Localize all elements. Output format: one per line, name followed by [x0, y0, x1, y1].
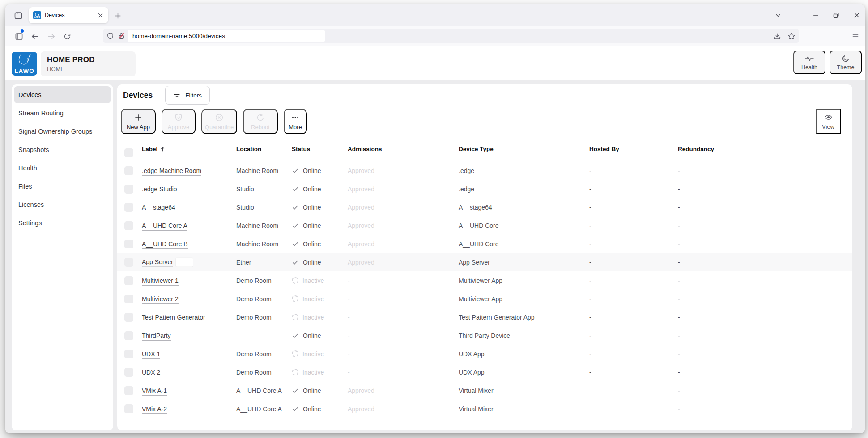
window-minimize-icon[interactable] [809, 9, 822, 21]
sidebar-item-snapshots[interactable]: Snapshots [14, 141, 111, 158]
moon-icon [842, 55, 850, 63]
device-label-link[interactable]: .edge Machine Room [142, 167, 201, 176]
select-all-checkbox[interactable] [124, 148, 133, 157]
eye-icon [824, 113, 833, 122]
column-header-location[interactable]: Location [236, 146, 261, 152]
row-checkbox[interactable] [124, 221, 133, 230]
column-header-label[interactable]: Label [142, 146, 166, 152]
redundancy-cell: - [678, 369, 680, 376]
window-restore-icon[interactable] [829, 9, 842, 21]
list-all-tabs-icon[interactable] [771, 9, 785, 21]
redundancy-cell: - [678, 185, 680, 193]
location-cell: Demo Room [236, 295, 272, 303]
sidebar-item-licenses[interactable]: Licenses [14, 196, 111, 213]
admissions-cell: Approved [348, 387, 374, 394]
row-checkbox[interactable] [124, 350, 133, 358]
row-checkbox[interactable] [124, 258, 133, 267]
sidebar-item-stream-routing[interactable]: Stream Routing [14, 105, 111, 122]
filters-button[interactable]: Filters [165, 86, 210, 105]
brand-block[interactable]: LAWO HOME PROD HOME [12, 51, 136, 76]
new-tab-icon[interactable] [112, 10, 123, 21]
device-label-link[interactable]: UDX 1 [142, 350, 160, 359]
device-label-link[interactable]: VMix A-1 [142, 387, 167, 396]
column-header-status[interactable]: Status [292, 146, 310, 152]
health-button[interactable]: Health [793, 51, 825, 74]
admissions-cell: - [348, 314, 350, 321]
row-checkbox[interactable] [124, 386, 133, 395]
inline-edit-box[interactable] [176, 258, 193, 266]
device-label-link[interactable]: A__stage64 [142, 204, 175, 212]
check-icon [292, 204, 299, 211]
column-header-hosted-by[interactable]: Hosted By [589, 146, 619, 152]
window-close-icon[interactable] [850, 9, 864, 21]
toolbar-button-label: More [289, 124, 302, 131]
column-header-device-type[interactable]: Device Type [459, 146, 494, 152]
check-icon [292, 222, 299, 229]
domain-title-block: HOME PROD HOME [41, 51, 136, 76]
device-label-link[interactable]: Test Pattern Generator [142, 314, 205, 322]
svg-text:LAWO: LAWO [34, 16, 40, 18]
back-icon[interactable] [29, 30, 41, 42]
row-checkbox[interactable] [124, 313, 133, 322]
insecure-lock-icon[interactable] [118, 32, 125, 40]
row-checkbox[interactable] [124, 185, 133, 194]
new-app-button[interactable]: New App [121, 109, 156, 134]
row-checkbox[interactable] [124, 166, 133, 175]
table-row: Multiviewer 1Demo RoomInactive-Multiview… [117, 271, 852, 290]
admissions-cell: Approved [348, 240, 374, 248]
table-row: VMix A-1A__UHD Core AOnlineApprovedVirtu… [117, 381, 852, 400]
device-label-link[interactable]: Multiviewer 1 [142, 277, 179, 286]
location-cell: Studio [236, 185, 254, 193]
firefox-view-icon[interactable] [13, 10, 24, 21]
status-label: Inactive [302, 350, 324, 358]
column-header-admissions[interactable]: Admissions [348, 146, 382, 152]
check-icon [292, 387, 299, 394]
url-bar[interactable]: home-domain-name:5000/devices [103, 29, 799, 43]
row-checkbox[interactable] [124, 368, 133, 377]
row-checkbox[interactable] [124, 276, 133, 285]
more-button[interactable]: More [284, 109, 307, 134]
sidebar-item-health[interactable]: Health [14, 160, 111, 177]
row-checkbox[interactable] [124, 295, 133, 303]
view-button[interactable]: View [816, 109, 841, 134]
redundancy-cell: - [678, 204, 680, 211]
sidebar-item-devices[interactable]: Devices [14, 86, 111, 103]
status-label: Inactive [302, 277, 324, 284]
device-label-link[interactable]: A__UHD Core A [142, 222, 187, 231]
location-cell: Demo Room [236, 369, 272, 376]
device-label-link[interactable]: UDX 2 [142, 369, 160, 377]
location-cell: Demo Room [236, 277, 272, 284]
device-label-link[interactable]: .edge Studio [142, 185, 177, 194]
column-header-label: Hosted By [589, 146, 619, 152]
row-checkbox[interactable] [124, 404, 133, 413]
reload-icon[interactable] [61, 30, 73, 42]
device-label-link[interactable]: App Server [142, 258, 173, 266]
sidebar-item-settings[interactable]: Settings [14, 215, 111, 232]
column-header-redundancy[interactable]: Redundancy [678, 146, 714, 152]
device-type-cell: UDX App [459, 350, 485, 358]
device-label-link[interactable]: Multiviewer 2 [142, 295, 179, 304]
tab-close-icon[interactable] [96, 11, 105, 20]
check-icon [292, 332, 299, 339]
check-icon [292, 240, 299, 248]
row-checkbox[interactable] [124, 203, 133, 212]
admissions-cell: - [348, 277, 350, 284]
device-type-cell: App Server [459, 259, 490, 266]
row-checkbox[interactable] [124, 240, 133, 248]
app-menu-icon[interactable] [849, 30, 862, 42]
shield-icon[interactable] [106, 32, 114, 40]
sidebar-item-signal-ownership-groups[interactable]: Signal Ownership Groups [14, 123, 111, 140]
sidebar-item-files[interactable]: Files [14, 178, 111, 195]
forward-icon[interactable] [45, 30, 57, 42]
row-checkbox[interactable] [124, 331, 133, 340]
save-page-icon[interactable] [773, 32, 781, 40]
bookmark-star-icon[interactable] [787, 32, 796, 40]
theme-button[interactable]: Theme [830, 51, 862, 74]
filter-icon [173, 92, 181, 99]
browser-tab-devices[interactable]: LAWO Devices [29, 7, 108, 23]
device-label-link[interactable]: VMix A-2 [142, 405, 167, 414]
admissions-cell: Approved [348, 259, 374, 266]
device-label-link[interactable]: A__UHD Core B [142, 240, 188, 249]
admissions-cell: Approved [348, 167, 374, 174]
device-label-link[interactable]: ThirdParty [142, 332, 171, 341]
